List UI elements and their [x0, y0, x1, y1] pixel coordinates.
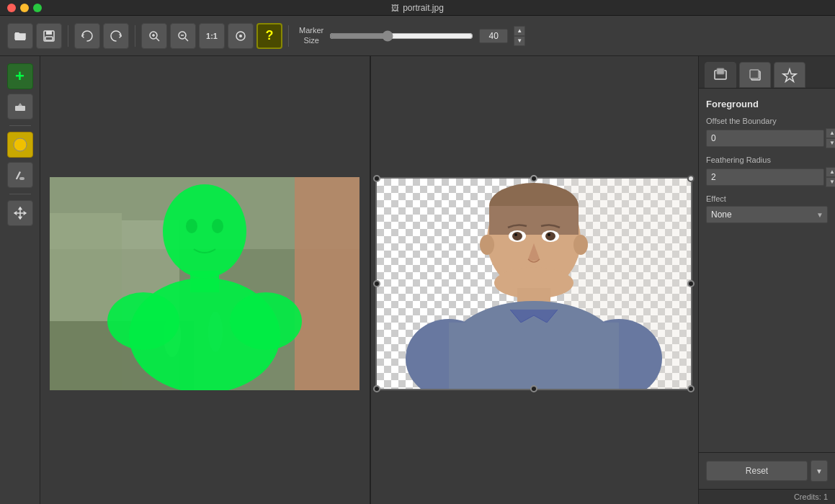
canvas-right[interactable] — [370, 56, 699, 504]
erase-button[interactable] — [7, 94, 33, 120]
add-foreground-button[interactable]: + — [7, 63, 33, 89]
close-button[interactable] — [7, 4, 16, 12]
resize-handle-br[interactable] — [687, 385, 695, 392]
svg-point-38 — [573, 235, 588, 255]
svg-point-30 — [230, 292, 302, 350]
brush-erase-button[interactable] — [7, 162, 33, 188]
resize-handle-mr[interactable] — [687, 280, 695, 287]
window-title: 🖼 portrait.jpg — [391, 3, 444, 13]
offset-down[interactable]: ▼ — [826, 138, 835, 148]
svg-line-9 — [185, 38, 188, 41]
svg-rect-50 — [449, 323, 619, 389]
minimize-button[interactable] — [20, 4, 29, 12]
svg-rect-3 — [45, 37, 53, 40]
svg-line-5 — [156, 38, 159, 41]
resize-handle-tr[interactable] — [687, 175, 695, 182]
feathering-spinners: ▲ ▼ — [826, 167, 835, 187]
marker-size-slider[interactable] — [329, 30, 473, 42]
offset-up[interactable]: ▲ — [826, 128, 835, 138]
resize-handle-tc[interactable] — [530, 175, 537, 182]
titlebar: 🖼 portrait.jpg — [0, 0, 835, 16]
marker-size-label: Marker Size — [299, 26, 323, 45]
save-button[interactable] — [36, 23, 62, 49]
resize-handle-tl[interactable] — [373, 175, 380, 182]
credits-bar: Credits: 1 — [699, 489, 835, 504]
open-button[interactable] — [7, 23, 33, 49]
color-picker-button[interactable] — [7, 132, 33, 158]
zoom-in-button[interactable] — [141, 23, 167, 49]
fit-button[interactable] — [228, 23, 254, 49]
panel-footer: Reset ▼ — [699, 452, 835, 489]
resize-handle-bl[interactable] — [373, 385, 380, 392]
right-image — [375, 177, 692, 390]
svg-point-12 — [239, 35, 242, 37]
credits-text: Credits: 1 — [794, 492, 828, 501]
toolbar-separator-2 — [135, 25, 135, 47]
redo-button[interactable] — [103, 23, 129, 49]
feathering-input[interactable] — [706, 168, 824, 186]
offset-field-row: ▲ ▼ — [706, 128, 828, 148]
svg-rect-16 — [19, 177, 24, 180]
tab-star[interactable] — [774, 62, 805, 88]
undo-button[interactable] — [74, 23, 100, 49]
title-text: portrait.jpg — [403, 3, 444, 13]
marker-size-up[interactable]: ▲ — [514, 26, 525, 36]
effect-label: Effect — [706, 194, 828, 203]
offset-spinners: ▲ ▼ — [826, 128, 835, 148]
svg-rect-25 — [295, 177, 360, 390]
feathering-down[interactable]: ▼ — [826, 177, 835, 187]
resize-handle-ml[interactable] — [373, 280, 380, 287]
move-button[interactable] — [7, 200, 33, 226]
offset-input[interactable] — [706, 130, 824, 147]
svg-rect-54 — [750, 70, 759, 78]
reset-button[interactable]: Reset — [706, 461, 808, 481]
tab-copy[interactable] — [739, 62, 771, 88]
svg-point-41 — [512, 232, 522, 240]
foreground-title: Foreground — [706, 99, 828, 109]
svg-point-37 — [480, 235, 494, 255]
canvas-left[interactable] — [40, 56, 370, 504]
svg-rect-13 — [15, 106, 25, 111]
feathering-up[interactable]: ▲ — [826, 167, 835, 177]
tab-layer[interactable] — [705, 62, 736, 88]
effect-select-wrapper: None Blur Sharpen Glow ▼ — [706, 206, 828, 223]
file-icon: 🖼 — [391, 4, 399, 12]
resize-handle-bc[interactable] — [530, 385, 537, 392]
tools-sidebar: + — [0, 56, 40, 504]
zoom-out-button[interactable] — [170, 23, 196, 49]
marker-size-spinners: ▲ ▼ — [514, 26, 525, 46]
help-button[interactable]: ? — [256, 23, 282, 49]
effect-select[interactable]: None Blur Sharpen Glow — [706, 206, 828, 223]
window-controls — [7, 4, 42, 12]
zoom-reset-button[interactable]: 1:1 — [199, 23, 225, 49]
canvas-area — [40, 56, 698, 504]
svg-point-43 — [514, 233, 517, 236]
main-area: + — [0, 56, 835, 504]
svg-point-29 — [107, 292, 179, 350]
svg-point-32 — [212, 219, 223, 233]
left-image — [50, 177, 360, 390]
right-panel: Foreground Offset the Boundary ▲ ▼ Feath… — [698, 56, 835, 504]
svg-point-26 — [163, 184, 246, 278]
svg-point-42 — [545, 232, 555, 240]
main-toolbar: 1:1 ? Marker Size ▲ ▼ — [0, 16, 835, 56]
panel-content: Foreground Offset the Boundary ▲ ▼ Feath… — [699, 89, 835, 452]
offset-label: Offset the Boundary — [706, 117, 828, 125]
feathering-label: Feathering Radius — [706, 156, 828, 164]
marker-size-input[interactable] — [479, 29, 508, 43]
toolbar-separator-3 — [288, 25, 289, 47]
maximize-button[interactable] — [33, 4, 42, 12]
feathering-field-row: ▲ ▼ — [706, 167, 828, 187]
marker-size-down[interactable]: ▼ — [514, 36, 525, 46]
marker-size-group: Marker Size ▲ ▼ — [299, 26, 525, 46]
svg-rect-52 — [717, 68, 724, 74]
panel-tabs — [699, 56, 835, 89]
svg-rect-2 — [46, 31, 52, 35]
tool-separator-1 — [9, 125, 31, 126]
svg-rect-36 — [489, 206, 579, 235]
svg-point-44 — [548, 233, 550, 236]
svg-point-31 — [186, 219, 197, 233]
tool-separator-2 — [9, 194, 31, 194]
reset-dropdown-button[interactable]: ▼ — [811, 460, 828, 482]
toolbar-separator-1 — [68, 25, 68, 47]
